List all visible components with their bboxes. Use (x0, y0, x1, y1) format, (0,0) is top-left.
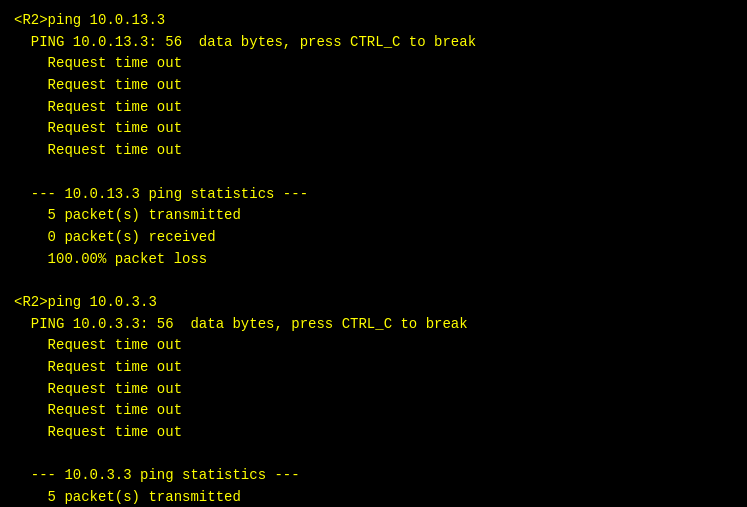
terminal-line: --- 10.0.3.3 ping statistics --- (14, 465, 733, 487)
terminal-empty-line (14, 162, 733, 184)
terminal-line: 5 packet(s) transmitted (14, 205, 733, 227)
terminal-line: PING 10.0.3.3: 56 data bytes, press CTRL… (14, 314, 733, 336)
terminal-line: Request time out (14, 118, 733, 140)
terminal-line: Request time out (14, 53, 733, 75)
terminal-line: Request time out (14, 400, 733, 422)
terminal-line: <R2>ping 10.0.3.3 (14, 292, 733, 314)
terminal-line: Request time out (14, 140, 733, 162)
terminal-line: 5 packet(s) transmitted (14, 487, 733, 507)
terminal-line: <R2>ping 10.0.13.3 (14, 10, 733, 32)
terminal-line: Request time out (14, 75, 733, 97)
terminal-line: Request time out (14, 422, 733, 444)
terminal-line: 0 packet(s) received (14, 227, 733, 249)
terminal-line: Request time out (14, 379, 733, 401)
terminal-line: Request time out (14, 97, 733, 119)
terminal-window: <R2>ping 10.0.13.3 PING 10.0.13.3: 56 da… (0, 0, 747, 507)
terminal-line: Request time out (14, 335, 733, 357)
terminal-line: Request time out (14, 357, 733, 379)
terminal-line: --- 10.0.13.3 ping statistics --- (14, 184, 733, 206)
terminal-empty-line (14, 444, 733, 466)
terminal-empty-line (14, 270, 733, 292)
terminal-line: 100.00% packet loss (14, 249, 733, 271)
terminal-line: PING 10.0.13.3: 56 data bytes, press CTR… (14, 32, 733, 54)
